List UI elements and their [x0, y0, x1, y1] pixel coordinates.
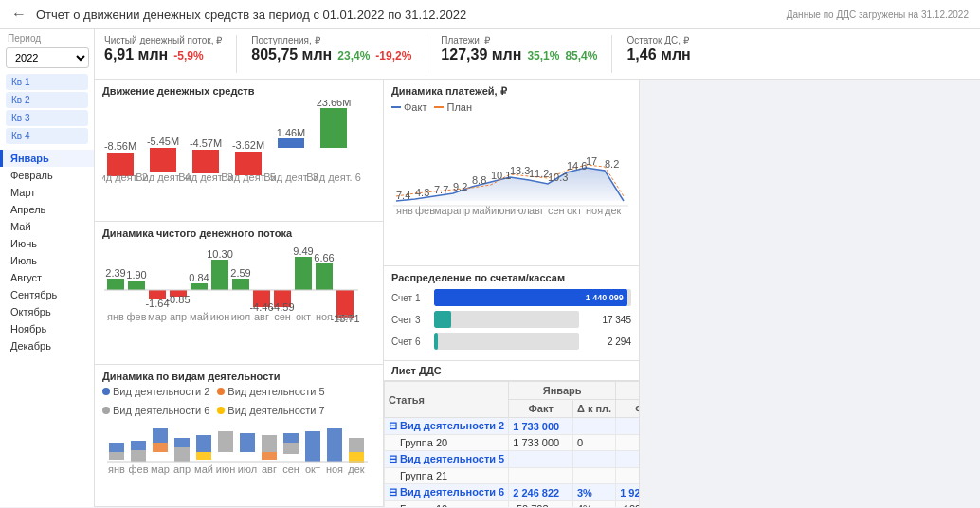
svg-rect-70 — [283, 443, 299, 454]
table-cell — [509, 468, 573, 484]
month-june[interactable]: Июнь — [0, 235, 94, 252]
table-cell: Группа 21 — [385, 468, 509, 484]
svg-rect-3 — [150, 148, 176, 172]
svg-text:фев: фев — [126, 311, 146, 322]
quarter-item-4[interactable]: Кв 4 — [6, 128, 88, 144]
kpi-payments-delta-gg: 35,1% — [527, 49, 559, 63]
svg-text:9.49: 9.49 — [293, 245, 313, 257]
svg-rect-15 — [320, 108, 347, 148]
svg-text:авг: авг — [529, 205, 544, 216]
table-cell — [616, 451, 639, 468]
svg-rect-58 — [131, 450, 146, 462]
activity-title: Динамика по видам деятельности — [102, 371, 375, 382]
month-july[interactable]: Июль — [0, 252, 94, 269]
svg-rect-30 — [232, 279, 249, 290]
svg-text:7.7: 7.7 — [434, 184, 448, 195]
svg-rect-67 — [262, 435, 277, 452]
kpi-balance-value: 1,46 млн — [626, 45, 690, 64]
table-cell — [616, 418, 639, 435]
month-may[interactable]: Май — [0, 218, 94, 235]
dist-label-1: Счет 1 — [391, 293, 429, 303]
svg-rect-18 — [107, 279, 124, 290]
kpi-net-cash-label: Чистый денежный поток, ₽ — [104, 35, 222, 45]
legend-fact: Факт — [391, 101, 426, 113]
legend-plan: План — [434, 101, 472, 113]
dist-label-3: Счет 6 — [391, 336, 429, 347]
back-button[interactable]: ← — [11, 6, 27, 23]
quarter-item-1[interactable]: Кв 1 — [6, 74, 88, 90]
period-label: Период — [0, 29, 94, 45]
dist-value-1: 1 440 099 — [586, 293, 624, 302]
payments-legend: Факт План — [391, 101, 631, 113]
net-flow-title: Динамика чистого денежного потока — [102, 227, 375, 239]
svg-text:11.2: 11.2 — [529, 168, 549, 179]
month-december[interactable]: Декабрь — [0, 337, 94, 354]
svg-text:мар: мар — [434, 205, 453, 216]
period-select[interactable]: 2022 — [6, 47, 89, 68]
svg-rect-73 — [349, 438, 364, 452]
month-august[interactable]: Август — [0, 269, 94, 286]
svg-text:июн: июн — [216, 463, 235, 475]
svg-rect-64 — [196, 452, 211, 460]
svg-text:1.90: 1.90 — [126, 269, 146, 281]
svg-text:7.4: 7.4 — [396, 190, 410, 201]
quarter-item-3[interactable]: Кв 3 — [6, 110, 88, 126]
sub-header-feb-fact: Факт — [616, 400, 639, 418]
svg-rect-36 — [295, 257, 312, 290]
month-april[interactable]: Апрель — [0, 201, 94, 218]
month-november[interactable]: Ноябрь — [0, 320, 94, 337]
month-january[interactable]: Январь — [0, 150, 94, 167]
svg-text:окт: окт — [305, 463, 320, 475]
svg-text:янв: янв — [107, 311, 124, 322]
table-cell: 0 — [572, 435, 615, 451]
svg-rect-60 — [153, 443, 168, 452]
month-february[interactable]: Февраль — [0, 167, 94, 184]
col-header-statya: Статья — [385, 382, 509, 418]
svg-rect-63 — [196, 435, 211, 452]
svg-text:17: 17 — [586, 155, 597, 167]
quarter-item-2[interactable]: Кв 2 — [6, 92, 88, 108]
svg-text:сен: сен — [274, 311, 291, 322]
svg-text:-4.57M: -4.57M — [190, 137, 222, 149]
table-cell: 3% — [572, 484, 615, 501]
svg-text:мар: мар — [151, 463, 170, 475]
svg-text:сен: сен — [548, 205, 565, 216]
month-october[interactable]: Октябрь — [0, 303, 94, 320]
kpi-payments: Платежи, ₽ 127,39 млн 35,1% 85,4% — [441, 35, 597, 64]
kpi-balance-label: Остаток ДС, ₽ — [626, 35, 690, 45]
svg-text:янв: янв — [108, 463, 125, 475]
distribution-title: Распределение по счетам/кассам — [391, 272, 631, 283]
kpi-net-cash: Чистый денежный поток, ₽ 6,91 млн -5,9% — [104, 35, 222, 64]
month-march[interactable]: Март — [0, 184, 94, 201]
svg-rect-66 — [240, 433, 255, 452]
svg-text:10.3: 10.3 — [548, 172, 568, 183]
table-cell: 1 925 859 — [616, 484, 639, 501]
svg-text:14.6: 14.6 — [567, 160, 587, 172]
legend-activity6: Вид деятельности 6 — [102, 405, 209, 416]
kpi-sep-3 — [611, 35, 612, 73]
svg-text:ноя: ноя — [316, 311, 333, 322]
svg-text:май: май — [194, 463, 213, 475]
svg-text:сен: сен — [282, 463, 299, 475]
kpi-balance: Остаток ДС, ₽ 1,46 млн — [626, 35, 690, 64]
svg-text:9.2: 9.2 — [453, 181, 467, 192]
month-september[interactable]: Сентябрь — [0, 286, 94, 303]
svg-text:13.3: 13.3 — [510, 165, 530, 176]
table-cell — [509, 451, 573, 468]
svg-text:окт: окт — [567, 205, 582, 216]
kpi-net-cash-value: 6,91 млн — [104, 45, 168, 64]
dist-row-2: Счет 3 17 345 — [391, 311, 631, 328]
cash-flow-chart-panel: Движение денежных средств -8.56M Вид дея… — [95, 80, 383, 222]
svg-rect-20 — [128, 281, 145, 290]
svg-text:апр: апр — [173, 463, 191, 475]
kpi-payments-value: 127,39 млн — [441, 45, 521, 64]
svg-text:8.8: 8.8 — [472, 174, 486, 186]
charts-area: Движение денежных средств -8.56M Вид дея… — [95, 80, 980, 507]
svg-rect-62 — [174, 447, 190, 462]
kpi-receipts-value: 805,75 млн — [251, 45, 332, 64]
svg-text:ноя: ноя — [586, 205, 603, 216]
svg-text:6.66: 6.66 — [314, 252, 334, 263]
mid-charts: Динамика платежей, ₽ Факт План — [384, 80, 640, 507]
svg-text:ноя: ноя — [326, 463, 343, 475]
svg-text:дек: дек — [348, 463, 365, 475]
